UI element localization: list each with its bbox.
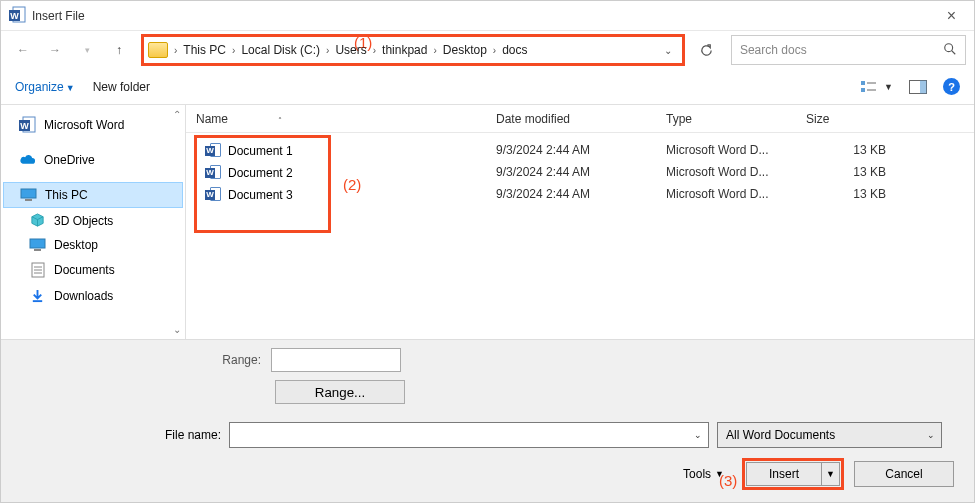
view-mode-button[interactable]: ▼ — [860, 80, 893, 94]
new-folder-button[interactable]: New folder — [93, 80, 150, 94]
range-label: Range: — [21, 353, 261, 367]
column-header-date[interactable]: Date modified — [486, 112, 656, 126]
svg-text:W: W — [10, 10, 19, 20]
word-doc-icon: W — [205, 165, 221, 181]
chevron-right-icon[interactable]: › — [487, 45, 502, 56]
chevron-down-icon: ⌄ — [927, 430, 935, 440]
tools-menu[interactable]: Tools ▼ — [683, 467, 724, 481]
cancel-button[interactable]: Cancel — [854, 461, 954, 487]
file-name: Document 3 — [228, 188, 293, 202]
organize-menu[interactable]: Organize▼ — [15, 80, 75, 94]
chevron-right-icon[interactable]: › — [427, 45, 442, 56]
svg-rect-14 — [21, 189, 36, 198]
sidebar-item-word[interactable]: W Microsoft Word — [3, 111, 183, 138]
chevron-right-icon[interactable]: › — [320, 45, 335, 56]
nav-recent-button[interactable]: ▾ — [73, 36, 101, 64]
range-button[interactable]: Range... — [275, 380, 405, 404]
tools-label: Tools — [683, 467, 711, 481]
file-type: Microsoft Word D... — [656, 165, 796, 179]
chevron-down-icon[interactable]: ⌄ — [664, 45, 678, 56]
file-row[interactable]: WDocument 2 — [197, 162, 328, 184]
file-name-combo[interactable]: ⌄ — [229, 422, 709, 448]
file-size: 13 KB — [796, 187, 896, 201]
refresh-button[interactable] — [693, 36, 721, 64]
sidebar-item-label: Downloads — [54, 289, 113, 303]
file-type: Microsoft Word D... — [656, 187, 796, 201]
title-bar: W Insert File × — [1, 1, 974, 31]
insert-dropdown-button[interactable]: ▼ — [822, 462, 840, 486]
pc-icon — [20, 188, 37, 202]
svg-rect-10 — [920, 80, 927, 93]
file-name: Document 2 — [228, 166, 293, 180]
downloads-icon — [29, 288, 46, 303]
help-button[interactable]: ? — [943, 78, 960, 95]
sort-asc-icon: ˄ — [278, 116, 282, 125]
chevron-right-icon[interactable]: › — [168, 45, 183, 56]
bottom-panel: Range: Range... File name: ⌄ All Word Do… — [1, 339, 974, 502]
svg-rect-6 — [861, 88, 865, 92]
file-type-filter-label: All Word Documents — [726, 428, 835, 442]
navigation-sidebar: ⌃⌄ W Microsoft Word OneDrive This PC 3D … — [1, 105, 186, 339]
preview-pane-button[interactable] — [909, 80, 927, 94]
svg-point-3 — [945, 43, 953, 51]
file-row[interactable]: WDocument 3 — [197, 184, 328, 206]
file-name: Document 1 — [228, 144, 293, 158]
3d-icon — [29, 213, 46, 228]
sidebar-item-label: Documents — [54, 263, 115, 277]
file-date: 9/3/2024 2:44 AM — [486, 143, 656, 157]
sidebar-item-downloads[interactable]: Downloads — [3, 283, 183, 308]
file-name-label: File name: — [21, 428, 221, 442]
sidebar-item-label: Microsoft Word — [44, 118, 124, 132]
file-date: 9/3/2024 2:44 AM — [486, 165, 656, 179]
search-icon — [943, 42, 957, 59]
sidebar-item-3dobjects[interactable]: 3D Objects — [3, 208, 183, 233]
sidebar-item-thispc[interactable]: This PC — [3, 182, 183, 208]
svg-line-4 — [952, 50, 956, 54]
chevron-right-icon[interactable]: › — [367, 45, 382, 56]
cloud-icon — [19, 154, 36, 166]
breadcrumb-item[interactable]: This PC — [183, 43, 226, 57]
svg-rect-16 — [30, 239, 45, 248]
sidebar-item-label: This PC — [45, 188, 88, 202]
folder-icon — [148, 42, 168, 58]
svg-text:W: W — [20, 121, 29, 131]
file-size: 13 KB — [796, 165, 896, 179]
svg-rect-15 — [25, 199, 32, 201]
desktop-icon — [29, 238, 46, 252]
toolbar: Organize▼ New folder ▼ ? — [1, 69, 974, 105]
sidebar-item-label: Desktop — [54, 238, 98, 252]
nav-up-button[interactable]: ↑ — [105, 36, 133, 64]
close-button[interactable]: × — [937, 7, 966, 25]
column-header-size[interactable]: Size — [796, 112, 896, 126]
files-highlight-box: WDocument 1 WDocument 2 WDocument 3 — [194, 135, 331, 233]
sidebar-item-desktop[interactable]: Desktop — [3, 233, 183, 257]
sidebar-item-onedrive[interactable]: OneDrive — [3, 148, 183, 172]
svg-rect-17 — [34, 249, 41, 251]
file-date: 9/3/2024 2:44 AM — [486, 187, 656, 201]
nav-back-button[interactable]: ← — [9, 36, 37, 64]
range-input[interactable] — [271, 348, 401, 372]
file-type: Microsoft Word D... — [656, 143, 796, 157]
file-type-filter[interactable]: All Word Documents ⌄ — [717, 422, 942, 448]
word-app-icon: W — [9, 6, 26, 26]
annotation-2: (2) — [331, 176, 361, 193]
file-row[interactable]: WDocument 1 — [197, 140, 328, 162]
breadcrumb-item[interactable]: Desktop — [443, 43, 487, 57]
nav-forward-button[interactable]: → — [41, 36, 69, 64]
insert-button[interactable]: Insert — [746, 462, 822, 486]
breadcrumb-bar[interactable]: › This PC › Local Disk (C:) › Users › th… — [141, 34, 685, 66]
column-header-type[interactable]: Type — [656, 112, 796, 126]
svg-rect-5 — [861, 81, 865, 85]
breadcrumb-item[interactable]: docs — [502, 43, 527, 57]
breadcrumb-item[interactable]: Users — [335, 43, 366, 57]
breadcrumb-item[interactable]: Local Disk (C:) — [241, 43, 320, 57]
column-headers: Name˄ Date modified Type Size — [186, 105, 974, 133]
sidebar-scrollbar[interactable]: ⌃⌄ — [170, 109, 184, 335]
breadcrumb-item[interactable]: thinkpad — [382, 43, 427, 57]
navigation-bar: ← → ▾ ↑ › This PC › Local Disk (C:) › Us… — [1, 31, 974, 69]
column-header-name[interactable]: Name˄ — [186, 112, 486, 126]
chevron-right-icon[interactable]: › — [226, 45, 241, 56]
search-input[interactable]: Search docs — [731, 35, 966, 65]
documents-icon — [29, 262, 46, 278]
sidebar-item-documents[interactable]: Documents — [3, 257, 183, 283]
